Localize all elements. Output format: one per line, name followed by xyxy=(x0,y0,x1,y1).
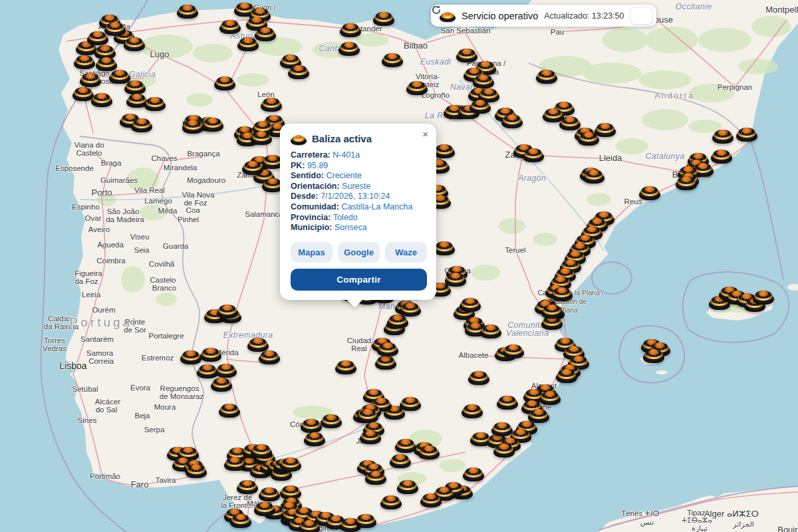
refresh-button[interactable] xyxy=(630,7,653,25)
beacon-marker[interactable] xyxy=(382,50,403,67)
popup-fields: Carretera: N-401aPK: 95.89Sentido: Creci… xyxy=(291,150,427,233)
beacon-marker[interactable] xyxy=(355,511,376,528)
beacon-marker[interactable] xyxy=(736,124,757,142)
beacon-marker[interactable] xyxy=(288,62,309,79)
beacon-marker[interactable] xyxy=(237,477,258,494)
beacon-marker[interactable] xyxy=(536,66,557,84)
beacon-marker[interactable] xyxy=(523,145,544,162)
popup-field: Sentido: Creciente xyxy=(291,171,427,182)
beacon-marker[interactable] xyxy=(304,429,325,446)
popup-field: Municipio: Sonseca xyxy=(291,223,427,233)
beacon-marker[interactable] xyxy=(365,467,386,485)
google-button[interactable]: Google xyxy=(338,242,380,263)
beacon-marker[interactable] xyxy=(340,20,361,37)
beacon-marker[interactable] xyxy=(124,34,145,51)
beacon-marker[interactable] xyxy=(214,73,235,90)
beacon-marker[interactable] xyxy=(211,374,232,392)
beacon-marker[interactable] xyxy=(712,126,733,144)
beacon-marker[interactable] xyxy=(390,451,411,468)
beacon-marker[interactable] xyxy=(462,401,483,418)
mapas-button[interactable]: Mapas xyxy=(291,242,332,263)
refresh-icon xyxy=(431,5,442,15)
popup-field: Orientación: Sureste xyxy=(291,182,427,192)
beacon-marker[interactable] xyxy=(251,128,272,145)
beacon-marker[interactable] xyxy=(468,368,489,385)
beacon-marker[interactable] xyxy=(217,301,238,319)
beacon-marker[interactable] xyxy=(261,94,282,112)
beacon-marker[interactable] xyxy=(219,17,241,34)
beacon-marker[interactable] xyxy=(406,78,428,95)
beacon-marker[interactable] xyxy=(74,52,95,69)
beacon-marker[interactable] xyxy=(338,39,360,56)
updated-timestamp: Actualizado: 13:23:50 xyxy=(544,11,624,21)
beacon-marker[interactable] xyxy=(377,339,398,356)
beacon-marker[interactable] xyxy=(251,441,272,458)
beacon-marker[interactable] xyxy=(237,34,259,51)
beacon-marker[interactable] xyxy=(321,411,342,428)
beacon-marker[interactable] xyxy=(280,454,301,471)
popup-field: Carretera: N-401a xyxy=(291,150,427,161)
beacon-marker[interactable] xyxy=(460,295,481,312)
beacon-marker[interactable] xyxy=(186,461,207,478)
beacon-marker[interactable] xyxy=(87,28,108,45)
beacon-marker[interactable] xyxy=(400,299,421,317)
beacon-icon xyxy=(440,9,456,22)
beacon-marker[interactable] xyxy=(501,111,523,128)
beacon-marker[interactable] xyxy=(676,173,697,190)
beacon-marker[interactable] xyxy=(497,392,518,410)
beacon-marker[interactable] xyxy=(254,499,275,516)
beacon-marker[interactable] xyxy=(418,442,440,460)
beacon-marker[interactable] xyxy=(469,96,491,114)
beacon-marker[interactable] xyxy=(639,183,660,200)
beacon-marker[interactable] xyxy=(463,464,484,481)
beacon-marker[interactable] xyxy=(711,146,732,164)
beacon-marker[interactable] xyxy=(434,238,455,255)
beacon-marker[interactable] xyxy=(541,301,563,319)
beacon-marker[interactable] xyxy=(420,490,442,507)
beacon-marker[interactable] xyxy=(131,115,152,132)
popup-field: Comunidad: Castilla-La Mancha xyxy=(291,202,427,213)
beacon-marker[interactable] xyxy=(480,321,501,338)
beacon-popup: × Baliza activa Carretera: N-401aPK: 95.… xyxy=(280,124,436,300)
beacon-marker[interactable] xyxy=(753,287,774,305)
share-button[interactable]: Compartir xyxy=(291,269,427,291)
beacon-marker[interactable] xyxy=(556,366,577,383)
beacon-marker[interactable] xyxy=(503,341,524,358)
status-bar: Servicio operativo Actualizado: 13:23:50 xyxy=(431,5,656,27)
beacon-marker[interactable] xyxy=(224,454,245,471)
waze-button[interactable]: Waze xyxy=(385,242,427,263)
close-icon[interactable]: × xyxy=(422,129,428,139)
beacon-icon xyxy=(291,132,307,145)
beacon-marker[interactable] xyxy=(493,440,515,458)
beacon-marker[interactable] xyxy=(177,1,198,19)
beacon-marker[interactable] xyxy=(182,116,203,134)
beacon-marker[interactable] xyxy=(259,347,280,364)
popup-link-buttons: MapasGoogleWaze xyxy=(291,242,427,263)
beacon-marker[interactable] xyxy=(242,158,263,175)
beacon-marker[interactable] xyxy=(380,492,402,509)
beacon-marker[interactable] xyxy=(299,517,320,532)
beacon-marker[interactable] xyxy=(643,346,664,363)
beacon-marker[interactable] xyxy=(219,400,240,418)
map-app: Gijón /A CoruñaLugoGaliciaSantiago deCom… xyxy=(0,0,798,532)
beacon-marker[interactable] xyxy=(144,94,166,111)
beacon-marker[interactable] xyxy=(202,114,223,132)
beacon-marker[interactable] xyxy=(91,90,112,107)
service-status-label: Servicio operativo xyxy=(462,11,538,21)
popup-field: PK: 95.89 xyxy=(291,161,427,172)
beacon-marker[interactable] xyxy=(230,511,251,528)
beacon-marker[interactable] xyxy=(335,357,356,374)
popup-field: Desde: 7/1/2026, 13:10:24 xyxy=(291,192,427,202)
popup-title: Baliza activa xyxy=(312,133,372,144)
beacon-marker[interactable] xyxy=(373,9,394,26)
beacon-marker[interactable] xyxy=(445,269,466,287)
popup-field: Provincia: Toledo xyxy=(291,213,427,223)
beacon-marker[interactable] xyxy=(583,166,604,184)
beacon-marker[interactable] xyxy=(595,120,616,137)
beacon-marker[interactable] xyxy=(360,427,381,444)
beacon-marker[interactable] xyxy=(200,344,221,362)
